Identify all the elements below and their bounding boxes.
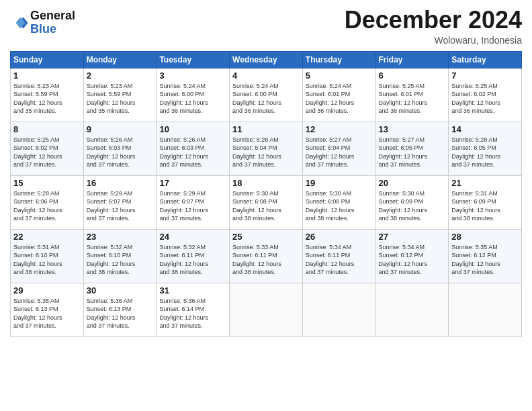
logo-icon: [10, 13, 29, 32]
calendar-cell: 25Sunrise: 5:33 AM Sunset: 6:11 PM Dayli…: [230, 229, 303, 283]
day-info: Sunrise: 5:31 AM Sunset: 6:10 PM Dayligh…: [13, 243, 81, 277]
day-info: Sunrise: 5:36 AM Sunset: 6:14 PM Dayligh…: [159, 297, 226, 330]
day-number: 22: [13, 232, 81, 242]
day-info: Sunrise: 5:27 AM Sunset: 6:04 PM Dayligh…: [306, 136, 373, 169]
calendar-cell: 30Sunrise: 5:36 AM Sunset: 6:13 PM Dayli…: [83, 283, 157, 336]
calendar-cell: 16Sunrise: 5:29 AM Sunset: 6:07 PM Dayli…: [83, 175, 157, 229]
day-info: Sunrise: 5:24 AM Sunset: 6:00 PM Dayligh…: [232, 82, 300, 116]
day-info: Sunrise: 5:31 AM Sunset: 6:09 PM Dayligh…: [451, 189, 519, 223]
day-number: 14: [451, 124, 519, 134]
day-info: Sunrise: 5:35 AM Sunset: 6:13 PM Dayligh…: [13, 297, 81, 330]
calendar-cell: [449, 283, 522, 336]
day-info: Sunrise: 5:33 AM Sunset: 6:11 PM Dayligh…: [232, 243, 300, 277]
day-info: Sunrise: 5:35 AM Sunset: 6:12 PM Dayligh…: [451, 243, 519, 277]
day-number: 12: [306, 124, 373, 134]
day-number: 5: [306, 71, 373, 81]
calendar-cell: 28Sunrise: 5:35 AM Sunset: 6:12 PM Dayli…: [449, 229, 522, 283]
day-info: Sunrise: 5:28 AM Sunset: 6:05 PM Dayligh…: [451, 136, 519, 169]
day-info: Sunrise: 5:23 AM Sunset: 5:59 PM Dayligh…: [87, 82, 154, 116]
calendar-cell: 13Sunrise: 5:27 AM Sunset: 6:05 PM Dayli…: [375, 122, 449, 175]
day-info: Sunrise: 5:26 AM Sunset: 6:03 PM Dayligh…: [87, 136, 154, 169]
calendar-cell: 27Sunrise: 5:34 AM Sunset: 6:12 PM Dayli…: [375, 229, 449, 283]
calendar-cell: 15Sunrise: 5:28 AM Sunset: 6:06 PM Dayli…: [11, 175, 84, 229]
day-info: Sunrise: 5:25 AM Sunset: 6:02 PM Dayligh…: [13, 136, 81, 169]
logo-line2: Blue: [30, 23, 75, 36]
day-number: 29: [13, 285, 81, 295]
day-info: Sunrise: 5:25 AM Sunset: 6:02 PM Dayligh…: [451, 82, 519, 116]
day-info: Sunrise: 5:30 AM Sunset: 6:09 PM Dayligh…: [379, 189, 446, 223]
calendar-cell: 8Sunrise: 5:25 AM Sunset: 6:02 PM Daylig…: [11, 122, 84, 175]
day-info: Sunrise: 5:29 AM Sunset: 6:07 PM Dayligh…: [87, 189, 154, 223]
calendar-header-row: Sunday Monday Tuesday Wednesday Thursday…: [11, 51, 522, 68]
calendar-week-5: 29Sunrise: 5:35 AM Sunset: 6:13 PM Dayli…: [11, 283, 522, 336]
header: General Blue December 2024 Wolowaru, Ind…: [10, 7, 522, 46]
calendar-week-2: 8Sunrise: 5:25 AM Sunset: 6:02 PM Daylig…: [11, 122, 522, 175]
calendar-week-3: 15Sunrise: 5:28 AM Sunset: 6:06 PM Dayli…: [11, 175, 522, 229]
day-number: 2: [87, 71, 154, 81]
col-thursday: Thursday: [302, 51, 375, 68]
calendar-cell: [230, 283, 303, 336]
day-number: 7: [451, 71, 519, 81]
day-number: 20: [379, 178, 446, 188]
calendar-cell: 21Sunrise: 5:31 AM Sunset: 6:09 PM Dayli…: [449, 175, 522, 229]
day-number: 9: [87, 124, 154, 134]
day-number: 15: [13, 178, 81, 188]
day-number: 23: [87, 232, 154, 242]
calendar-cell: 31Sunrise: 5:36 AM Sunset: 6:14 PM Dayli…: [157, 283, 230, 336]
day-info: Sunrise: 5:25 AM Sunset: 6:01 PM Dayligh…: [379, 82, 446, 116]
col-wednesday: Wednesday: [230, 51, 303, 68]
day-number: 19: [306, 178, 373, 188]
day-info: Sunrise: 5:24 AM Sunset: 6:00 PM Dayligh…: [159, 82, 226, 116]
day-number: 13: [379, 124, 446, 134]
day-info: Sunrise: 5:26 AM Sunset: 6:04 PM Dayligh…: [232, 136, 300, 169]
title-block: December 2024 Wolowaru, Indonesia: [345, 7, 522, 46]
day-number: 31: [159, 285, 226, 295]
day-number: 10: [159, 124, 226, 134]
calendar-cell: 11Sunrise: 5:26 AM Sunset: 6:04 PM Dayli…: [230, 122, 303, 175]
col-friday: Friday: [375, 51, 449, 68]
logo: General Blue: [10, 9, 75, 36]
calendar-cell: 5Sunrise: 5:24 AM Sunset: 6:01 PM Daylig…: [302, 68, 375, 122]
calendar-cell: 2Sunrise: 5:23 AM Sunset: 5:59 PM Daylig…: [83, 68, 157, 122]
calendar-cell: 7Sunrise: 5:25 AM Sunset: 6:02 PM Daylig…: [449, 68, 522, 122]
day-number: 27: [379, 232, 446, 242]
day-number: 1: [13, 71, 81, 81]
calendar-cell: 18Sunrise: 5:30 AM Sunset: 6:08 PM Dayli…: [230, 175, 303, 229]
day-info: Sunrise: 5:34 AM Sunset: 6:12 PM Dayligh…: [379, 243, 446, 277]
calendar-cell: 10Sunrise: 5:26 AM Sunset: 6:03 PM Dayli…: [157, 122, 230, 175]
day-number: 11: [232, 124, 300, 134]
page-container: General Blue December 2024 Wolowaru, Ind…: [0, 0, 532, 340]
day-number: 6: [379, 71, 446, 81]
calendar-table: Sunday Monday Tuesday Wednesday Thursday…: [10, 51, 522, 337]
day-info: Sunrise: 5:29 AM Sunset: 6:07 PM Dayligh…: [159, 189, 226, 223]
logo-line1: General: [30, 9, 75, 23]
day-number: 18: [232, 178, 300, 188]
calendar-cell: 4Sunrise: 5:24 AM Sunset: 6:00 PM Daylig…: [230, 68, 303, 122]
day-number: 17: [159, 178, 226, 188]
calendar-cell: 6Sunrise: 5:25 AM Sunset: 6:01 PM Daylig…: [375, 68, 449, 122]
day-info: Sunrise: 5:30 AM Sunset: 6:08 PM Dayligh…: [232, 189, 300, 223]
day-info: Sunrise: 5:36 AM Sunset: 6:13 PM Dayligh…: [87, 297, 154, 330]
calendar-cell: 9Sunrise: 5:26 AM Sunset: 6:03 PM Daylig…: [83, 122, 157, 175]
col-tuesday: Tuesday: [157, 51, 230, 68]
calendar-cell: 14Sunrise: 5:28 AM Sunset: 6:05 PM Dayli…: [449, 122, 522, 175]
day-info: Sunrise: 5:24 AM Sunset: 6:01 PM Dayligh…: [306, 82, 373, 116]
col-monday: Monday: [83, 51, 157, 68]
day-number: 24: [159, 232, 226, 242]
calendar-cell: 23Sunrise: 5:32 AM Sunset: 6:10 PM Dayli…: [83, 229, 157, 283]
col-sunday: Sunday: [11, 51, 84, 68]
day-info: Sunrise: 5:32 AM Sunset: 6:11 PM Dayligh…: [159, 243, 226, 277]
month-title: December 2024: [345, 7, 522, 34]
calendar-cell: [375, 283, 449, 336]
calendar-week-4: 22Sunrise: 5:31 AM Sunset: 6:10 PM Dayli…: [11, 229, 522, 283]
calendar-cell: 1Sunrise: 5:23 AM Sunset: 5:59 PM Daylig…: [11, 68, 84, 122]
day-info: Sunrise: 5:34 AM Sunset: 6:11 PM Dayligh…: [306, 243, 373, 277]
day-number: 30: [87, 285, 154, 295]
day-number: 4: [232, 71, 300, 81]
day-number: 26: [306, 232, 373, 242]
day-info: Sunrise: 5:23 AM Sunset: 5:59 PM Dayligh…: [13, 82, 81, 116]
day-number: 25: [232, 232, 300, 242]
day-number: 8: [13, 124, 81, 134]
day-number: 21: [451, 178, 519, 188]
day-info: Sunrise: 5:26 AM Sunset: 6:03 PM Dayligh…: [159, 136, 226, 169]
